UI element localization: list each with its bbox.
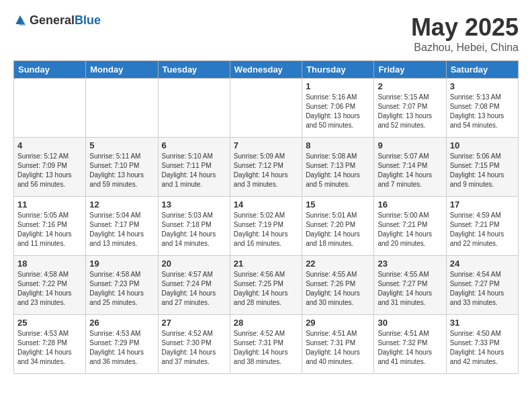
calendar-table: Sunday Monday Tuesday Wednesday Thursday… — [13, 60, 519, 374]
day-info: Sunrise: 5:13 AM Sunset: 7:08 PM Dayligh… — [450, 93, 515, 130]
calendar-cell: 6Sunrise: 5:10 AM Sunset: 7:11 PM Daylig… — [158, 138, 230, 197]
day-info: Sunrise: 4:52 AM Sunset: 7:30 PM Dayligh… — [162, 329, 226, 367]
day-number: 26 — [89, 318, 154, 328]
calendar-cell: 2Sunrise: 5:15 AM Sunset: 7:07 PM Daylig… — [374, 79, 446, 138]
day-number: 2 — [378, 81, 442, 91]
calendar-cell: 16Sunrise: 5:00 AM Sunset: 7:21 PM Dayli… — [374, 197, 446, 256]
logo: GeneralBlue — [13, 13, 101, 28]
calendar-cell: 17Sunrise: 4:59 AM Sunset: 7:21 PM Dayli… — [446, 197, 518, 256]
day-info: Sunrise: 4:58 AM Sunset: 7:23 PM Dayligh… — [89, 270, 154, 308]
calendar-cell: 11Sunrise: 5:05 AM Sunset: 7:16 PM Dayli… — [14, 197, 86, 256]
page-header: GeneralBlue May 2025 Bazhou, Hebei, Chin… — [13, 13, 519, 54]
day-info: Sunrise: 5:07 AM Sunset: 7:14 PM Dayligh… — [378, 152, 442, 189]
calendar-cell: 9Sunrise: 5:07 AM Sunset: 7:14 PM Daylig… — [374, 138, 446, 197]
calendar-cell: 25Sunrise: 4:53 AM Sunset: 7:28 PM Dayli… — [14, 315, 86, 374]
day-number: 12 — [89, 199, 154, 210]
day-info: Sunrise: 4:53 AM Sunset: 7:29 PM Dayligh… — [89, 329, 154, 367]
day-info: Sunrise: 4:58 AM Sunset: 7:22 PM Dayligh… — [17, 270, 82, 308]
calendar-cell — [86, 79, 158, 138]
calendar-cell: 7Sunrise: 5:09 AM Sunset: 7:12 PM Daylig… — [230, 138, 302, 197]
day-number: 18 — [17, 259, 82, 269]
day-number: 19 — [89, 259, 154, 269]
day-info: Sunrise: 5:11 AM Sunset: 7:10 PM Dayligh… — [89, 152, 154, 189]
header-wednesday: Wednesday — [230, 61, 302, 79]
day-number: 3 — [450, 81, 515, 91]
calendar-cell: 5Sunrise: 5:11 AM Sunset: 7:10 PM Daylig… — [86, 138, 158, 197]
day-number: 23 — [378, 259, 442, 269]
header-monday: Monday — [86, 61, 158, 79]
day-number: 29 — [306, 318, 370, 328]
day-info: Sunrise: 5:15 AM Sunset: 7:07 PM Dayligh… — [378, 93, 442, 130]
calendar-cell: 24Sunrise: 4:54 AM Sunset: 7:27 PM Dayli… — [446, 256, 518, 315]
calendar-cell: 26Sunrise: 4:53 AM Sunset: 7:29 PM Dayli… — [86, 315, 158, 374]
weekday-header-row: Sunday Monday Tuesday Wednesday Thursday… — [14, 61, 519, 79]
day-info: Sunrise: 5:00 AM Sunset: 7:21 PM Dayligh… — [378, 211, 442, 248]
week-row-4: 18Sunrise: 4:58 AM Sunset: 7:22 PM Dayli… — [14, 256, 519, 315]
day-info: Sunrise: 5:10 AM Sunset: 7:11 PM Dayligh… — [162, 152, 226, 189]
day-number: 25 — [17, 318, 82, 328]
calendar-cell: 12Sunrise: 5:04 AM Sunset: 7:17 PM Dayli… — [86, 197, 158, 256]
week-row-1: 1Sunrise: 5:16 AM Sunset: 7:06 PM Daylig… — [14, 79, 519, 138]
calendar-cell: 29Sunrise: 4:51 AM Sunset: 7:31 PM Dayli… — [302, 315, 374, 374]
calendar-cell: 27Sunrise: 4:52 AM Sunset: 7:30 PM Dayli… — [158, 315, 230, 374]
day-number: 9 — [378, 140, 442, 150]
day-number: 31 — [450, 318, 515, 328]
day-number: 15 — [306, 199, 370, 210]
day-number: 13 — [162, 199, 226, 210]
calendar-cell: 18Sunrise: 4:58 AM Sunset: 7:22 PM Dayli… — [14, 256, 86, 315]
calendar-cell — [230, 79, 302, 138]
calendar-cell — [14, 79, 86, 138]
day-info: Sunrise: 4:59 AM Sunset: 7:21 PM Dayligh… — [450, 211, 515, 248]
day-info: Sunrise: 5:09 AM Sunset: 7:12 PM Dayligh… — [234, 152, 298, 189]
calendar-cell — [158, 79, 230, 138]
day-number: 11 — [17, 199, 82, 210]
header-sunday: Sunday — [14, 61, 86, 79]
header-friday: Friday — [374, 61, 446, 79]
calendar-cell: 14Sunrise: 5:02 AM Sunset: 7:19 PM Dayli… — [230, 197, 302, 256]
day-info: Sunrise: 5:08 AM Sunset: 7:13 PM Dayligh… — [306, 152, 370, 189]
calendar-cell: 10Sunrise: 5:06 AM Sunset: 7:15 PM Dayli… — [446, 138, 518, 197]
day-info: Sunrise: 4:53 AM Sunset: 7:28 PM Dayligh… — [17, 329, 82, 367]
day-number: 7 — [234, 140, 298, 150]
calendar-cell: 8Sunrise: 5:08 AM Sunset: 7:13 PM Daylig… — [302, 138, 374, 197]
calendar-cell: 23Sunrise: 4:55 AM Sunset: 7:27 PM Dayli… — [374, 256, 446, 315]
day-info: Sunrise: 5:05 AM Sunset: 7:16 PM Dayligh… — [17, 211, 82, 248]
day-number: 17 — [450, 199, 515, 210]
week-row-2: 4Sunrise: 5:12 AM Sunset: 7:09 PM Daylig… — [14, 138, 519, 197]
week-row-3: 11Sunrise: 5:05 AM Sunset: 7:16 PM Dayli… — [14, 197, 519, 256]
calendar-cell: 19Sunrise: 4:58 AM Sunset: 7:23 PM Dayli… — [86, 256, 158, 315]
day-info: Sunrise: 5:03 AM Sunset: 7:18 PM Dayligh… — [162, 211, 226, 248]
header-saturday: Saturday — [446, 61, 518, 79]
day-info: Sunrise: 4:51 AM Sunset: 7:31 PM Dayligh… — [306, 329, 370, 367]
day-number: 30 — [378, 318, 442, 328]
day-info: Sunrise: 5:04 AM Sunset: 7:17 PM Dayligh… — [89, 211, 154, 248]
day-info: Sunrise: 5:06 AM Sunset: 7:15 PM Dayligh… — [450, 152, 515, 189]
day-info: Sunrise: 5:12 AM Sunset: 7:09 PM Dayligh… — [17, 152, 82, 189]
location-title: Bazhou, Hebei, China — [411, 42, 519, 54]
calendar-cell: 30Sunrise: 4:51 AM Sunset: 7:32 PM Dayli… — [374, 315, 446, 374]
calendar-cell: 15Sunrise: 5:01 AM Sunset: 7:20 PM Dayli… — [302, 197, 374, 256]
month-title: May 2025 — [411, 13, 519, 42]
day-info: Sunrise: 5:01 AM Sunset: 7:20 PM Dayligh… — [306, 211, 370, 248]
calendar-cell: 4Sunrise: 5:12 AM Sunset: 7:09 PM Daylig… — [14, 138, 86, 197]
calendar-cell: 31Sunrise: 4:50 AM Sunset: 7:33 PM Dayli… — [446, 315, 518, 374]
calendar-cell: 28Sunrise: 4:52 AM Sunset: 7:31 PM Dayli… — [230, 315, 302, 374]
day-info: Sunrise: 4:50 AM Sunset: 7:33 PM Dayligh… — [450, 329, 515, 367]
day-number: 6 — [162, 140, 226, 150]
day-info: Sunrise: 4:51 AM Sunset: 7:32 PM Dayligh… — [378, 329, 442, 367]
calendar-cell: 20Sunrise: 4:57 AM Sunset: 7:24 PM Dayli… — [158, 256, 230, 315]
header-thursday: Thursday — [302, 61, 374, 79]
calendar-cell: 22Sunrise: 4:55 AM Sunset: 7:26 PM Dayli… — [302, 256, 374, 315]
day-number: 28 — [234, 318, 298, 328]
logo-icon — [13, 14, 27, 28]
day-number: 20 — [162, 259, 226, 269]
day-number: 21 — [234, 259, 298, 269]
title-area: May 2025 Bazhou, Hebei, China — [411, 13, 519, 54]
day-number: 1 — [306, 81, 370, 91]
logo-text: GeneralBlue — [30, 13, 101, 28]
day-number: 5 — [89, 140, 154, 150]
day-info: Sunrise: 4:54 AM Sunset: 7:27 PM Dayligh… — [450, 270, 515, 308]
day-info: Sunrise: 5:16 AM Sunset: 7:06 PM Dayligh… — [306, 93, 370, 130]
day-number: 14 — [234, 199, 298, 210]
day-number: 16 — [378, 199, 442, 210]
